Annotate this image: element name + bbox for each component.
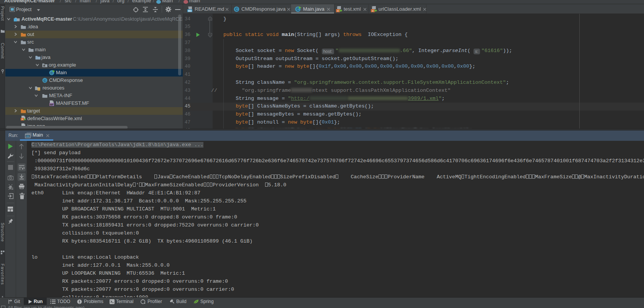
svg-text:C: C bbox=[51, 71, 53, 75]
svg-text:MF: MF bbox=[50, 103, 53, 106]
svg-text:<: < bbox=[337, 9, 339, 13]
svg-text:C: C bbox=[235, 7, 238, 11]
svg-text:<: < bbox=[372, 9, 374, 13]
svg-text:C: C bbox=[44, 79, 46, 83]
svg-text:MD: MD bbox=[188, 10, 192, 12]
svg-text:<: < bbox=[21, 118, 23, 121]
svg-text:C: C bbox=[297, 7, 299, 11]
